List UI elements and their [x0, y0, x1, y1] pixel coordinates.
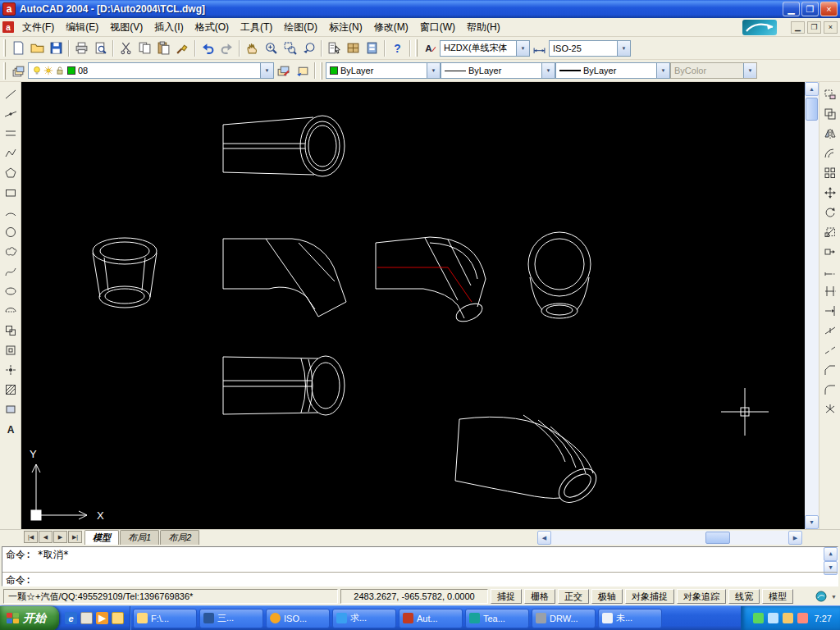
model-space-canvas[interactable]: X Y — [21, 82, 805, 529]
paste-button[interactable] — [154, 39, 173, 57]
internet-explorer-icon[interactable]: e — [65, 612, 77, 624]
osnap-toggle[interactable]: 对象捕捉 — [625, 589, 674, 604]
help-button[interactable]: ? — [388, 39, 407, 57]
menu-view[interactable]: 视图(V) — [104, 18, 148, 37]
cad-drawing-top-cylinder[interactable] — [223, 116, 345, 176]
layer-combo[interactable]: 08 ▼ — [28, 62, 274, 79]
menu-file[interactable]: 文件(F) — [16, 18, 60, 37]
chamfer-button[interactable] — [820, 360, 840, 380]
zoom-window-button[interactable] — [281, 39, 299, 57]
zoom-realtime-button[interactable] — [262, 39, 281, 57]
scale-button[interactable] — [820, 222, 840, 242]
model-paper-toggle[interactable]: 模型 — [762, 589, 793, 604]
snap-toggle[interactable]: 捕捉 — [491, 589, 522, 604]
new-button[interactable] — [9, 39, 28, 57]
chevron-down-icon[interactable]: ▼ — [260, 63, 273, 78]
linetype-combo[interactable]: ByLayer ▼ — [441, 62, 555, 79]
canvas-horizontal-scrollbar[interactable]: ◀ ▶ — [537, 531, 802, 545]
menu-edit[interactable]: 编辑(E) — [60, 18, 104, 37]
multiline-text-button[interactable]: A — [1, 419, 21, 439]
coordinates-readout[interactable]: 2483.2627, -965.5782, 0.0000 — [340, 589, 488, 604]
stretch-button[interactable] — [820, 242, 840, 262]
circle-button[interactable] — [1, 222, 21, 242]
taskbar-task-doc[interactable]: 三... — [199, 609, 263, 628]
cad-drawing-bent-pipe[interactable] — [455, 415, 602, 509]
lengthen-button[interactable] — [820, 262, 840, 281]
scroll-left-arrow[interactable]: ◀ — [537, 531, 551, 545]
menu-help[interactable]: 帮助(H) — [461, 18, 506, 37]
start-button[interactable]: 开始 — [0, 606, 59, 630]
polyline-button[interactable] — [1, 144, 21, 163]
extend-button[interactable] — [820, 301, 840, 321]
otrack-toggle[interactable]: 对象追踪 — [677, 589, 726, 604]
grid-toggle[interactable]: 栅格 — [524, 589, 555, 604]
drawing-file-icon[interactable]: a — [2, 21, 14, 33]
point-button[interactable] — [1, 360, 21, 380]
cad-drawing-elbow-with-centerline[interactable] — [376, 237, 486, 325]
scroll-down-arrow[interactable]: ▼ — [805, 515, 819, 529]
rectangle-button[interactable] — [1, 183, 21, 203]
designcenter-button[interactable] — [344, 39, 363, 57]
insert-block-button[interactable] — [1, 321, 21, 340]
ortho-toggle[interactable]: 正交 — [558, 589, 589, 604]
break-at-point-button[interactable] — [820, 321, 840, 340]
region-button[interactable] — [1, 399, 21, 419]
tool-palettes-button[interactable] — [363, 39, 381, 57]
open-button[interactable] — [28, 39, 47, 57]
color-combo[interactable]: ByLayer ▼ — [326, 62, 441, 79]
menu-format[interactable]: 格式(O) — [189, 18, 235, 37]
messenger-icon[interactable] — [783, 613, 793, 623]
taskbar-task-tea[interactable]: Tea... — [465, 609, 529, 628]
array-button[interactable] — [820, 163, 840, 183]
cad-drawing-lower-cylinder[interactable] — [223, 356, 345, 415]
ellipse-arc-button[interactable] — [1, 301, 21, 321]
status-menu-arrow[interactable]: ▼ — [831, 594, 837, 600]
erase-button[interactable] — [820, 84, 840, 104]
taskbar-task-iso[interactable]: ISO... — [266, 609, 330, 628]
taskbar-task-autocad[interactable]: Aut... — [399, 609, 463, 628]
dim-style-icon[interactable] — [530, 39, 549, 57]
lineweight-combo[interactable]: ByLayer ▼ — [555, 62, 670, 79]
tab-layout2[interactable]: 布局2 — [160, 530, 199, 546]
taskbar-task-drw[interactable]: DRW... — [532, 609, 596, 628]
chevron-down-icon[interactable]: ▼ — [516, 41, 529, 56]
command-scrollbar[interactable]: ▲ ▼ — [824, 547, 838, 572]
copy-object-button[interactable] — [820, 104, 840, 124]
break-button[interactable] — [820, 340, 840, 360]
cad-drawing-socket[interactable] — [93, 238, 157, 308]
make-block-button[interactable] — [1, 340, 21, 360]
undo-button[interactable] — [199, 39, 217, 57]
lineweight-toggle[interactable]: 线宽 — [728, 589, 760, 604]
toolbar-grip[interactable] — [320, 62, 322, 80]
plot-button[interactable] — [72, 39, 91, 57]
menu-draw[interactable]: 绘图(D) — [278, 18, 323, 37]
antivirus-icon[interactable] — [797, 613, 808, 623]
scroll-up-arrow[interactable]: ▲ — [805, 82, 819, 96]
multiline-button[interactable] — [1, 124, 21, 144]
toolbar-grip[interactable] — [3, 39, 6, 57]
polygon-button[interactable] — [1, 163, 21, 183]
move-button[interactable] — [820, 183, 840, 203]
prev-tab-button[interactable]: ◀ — [39, 531, 52, 543]
chevron-down-icon[interactable]: ▼ — [541, 63, 555, 78]
horizontal-scroll-thumb[interactable] — [705, 532, 730, 544]
next-tab-button[interactable]: ▶ — [53, 531, 67, 543]
mdi-restore-button[interactable]: ❐ — [807, 21, 821, 34]
horizontal-scroll-track[interactable] — [551, 531, 788, 545]
arc-button[interactable] — [1, 203, 21, 222]
match-properties-button[interactable] — [173, 39, 192, 57]
canvas-vertical-scrollbar[interactable]: ▲ ▼ — [805, 82, 819, 529]
last-tab-button[interactable]: ▶| — [68, 531, 82, 543]
close-button[interactable]: × — [820, 2, 838, 16]
tab-model[interactable]: 模型 — [84, 530, 119, 546]
taskbar-task-untitled[interactable]: 未... — [598, 609, 662, 628]
mirror-button[interactable] — [820, 124, 840, 144]
folder-icon[interactable] — [112, 612, 124, 624]
layer-previous-button[interactable] — [293, 62, 312, 80]
network-icon[interactable] — [768, 613, 778, 623]
communication-center-icon[interactable] — [815, 590, 828, 603]
copy-button[interactable] — [135, 39, 154, 57]
first-tab-button[interactable]: |◀ — [24, 531, 38, 543]
polar-toggle[interactable]: 极轴 — [591, 589, 623, 604]
line-button[interactable] — [1, 84, 21, 104]
